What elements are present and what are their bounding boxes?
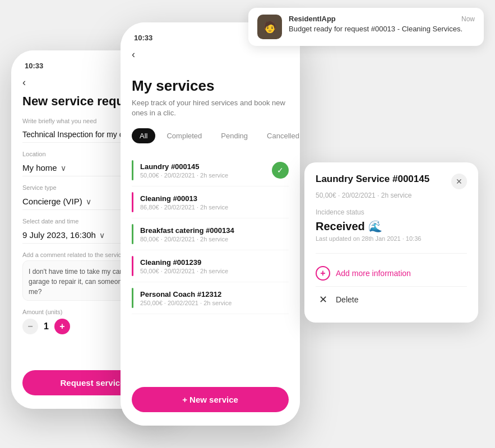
service-meta-laundry: 50,00€ · 20/02/2021 · 2h service: [140, 172, 272, 179]
phone-middle-time: 10:33: [134, 34, 152, 42]
datetime-value: 9 July 2023, 16:30h: [22, 230, 96, 240]
service-meta-coach: 250,00€ · 20/02/2021 · 2h service: [140, 300, 289, 306]
notif-app-name: ResidentlApp: [289, 15, 336, 23]
phone-left-time: 10:33: [25, 62, 43, 70]
phone-middle: 10:33 ▲▲▲ WiFi ‹ My services Keep track …: [121, 22, 300, 426]
add-info-action[interactable]: + Add more information: [316, 262, 467, 285]
location-value: My home: [22, 163, 57, 172]
services-subtitle: Keep track of your hired services and bo…: [132, 98, 289, 118]
notification-card: 🧑 ResidentlApp Now Budget ready for requ…: [248, 8, 484, 46]
notif-header: ResidentlApp Now: [289, 15, 475, 23]
service-name-breakfast: Breakfast catering #000134: [140, 226, 289, 235]
notif-message: Budget ready for request #00013 - Cleani…: [289, 24, 475, 34]
service-info-coach: Personal Coach #12312 250,00€ · 20/02/20…: [140, 290, 289, 306]
add-info-icon: +: [316, 266, 330, 281]
service-name-coach: Personal Coach #12312: [140, 290, 289, 298]
service-bar-coach: [132, 288, 133, 308]
delete-icon: ✕: [316, 292, 330, 307]
detail-status-text: Received: [316, 220, 365, 233]
service-info-breakfast: Breakfast catering #000134 80,00€ · 20/0…: [140, 226, 289, 242]
service-check-laundry: ✓: [272, 162, 289, 179]
detail-card: Laundry Service #000145 ✕ 50,00€ · 20/02…: [304, 162, 478, 323]
tabs-row: All Completed Pending Cancelled: [132, 128, 289, 143]
service-item-coach[interactable]: Personal Coach #12312 250,00€ · 20/02/20…: [132, 282, 289, 314]
service-item-breakfast[interactable]: Breakfast catering #000134 80,00€ · 20/0…: [132, 218, 289, 250]
service-type-chevron-icon: ∨: [86, 197, 91, 206]
datetime-chevron-icon: ∨: [99, 231, 105, 240]
service-item-cleaning1[interactable]: Cleaning #00013 86,80€ · 20/02/2021 · 2h…: [132, 186, 289, 218]
detail-meta: 50,00€ · 20/02/2021 · 2h service: [316, 192, 467, 199]
delete-label: Delete: [336, 295, 358, 304]
detail-status: Received 🌊: [316, 220, 467, 233]
service-item-laundry[interactable]: Laundry #000145 50,00€ · 20/02/2021 · 2h…: [132, 155, 289, 186]
amount-increment-button[interactable]: +: [54, 319, 70, 334]
notif-time: Now: [461, 15, 475, 23]
notif-content: ResidentlApp Now Budget ready for reques…: [289, 15, 475, 34]
detail-header: Laundry Service #000145 ✕: [316, 174, 467, 189]
tab-pending[interactable]: Pending: [213, 128, 256, 143]
action-divider: [316, 286, 467, 287]
service-meta-cleaning1: 86,80€ · 20/02/2021 · 2h service: [140, 204, 289, 211]
service-info-cleaning1: Cleaning #00013 86,80€ · 20/02/2021 · 2h…: [140, 194, 289, 211]
services-title: My services: [132, 77, 289, 95]
service-name-laundry: Laundry #000145: [140, 162, 272, 171]
detail-section-label: Incidence status: [316, 208, 467, 216]
service-meta-cleaning2: 50,00€ · 20/02/2021 · 2h service: [140, 268, 289, 274]
service-bar-laundry: [132, 160, 133, 180]
service-name-cleaning1: Cleaning #00013: [140, 194, 289, 203]
delete-action[interactable]: ✕ Delete: [316, 288, 467, 311]
location-chevron-icon: ∨: [61, 164, 66, 172]
detail-close-button[interactable]: ✕: [451, 174, 467, 189]
services-screen: 10:33 ▲▲▲ WiFi ‹ My services Keep track …: [121, 22, 300, 426]
service-type-value: Concierge (VIP): [22, 197, 82, 206]
amount-value: 1: [44, 321, 49, 332]
detail-divider: [316, 253, 467, 254]
tab-completed[interactable]: Completed: [159, 128, 210, 143]
new-service-button[interactable]: + New service: [132, 387, 289, 412]
services-back-button[interactable]: ‹: [132, 49, 289, 60]
amount-decrement-button[interactable]: −: [22, 319, 38, 334]
service-info-cleaning2: Cleaning #001239 50,00€ · 20/02/2021 · 2…: [140, 258, 289, 274]
notif-avatar-emoji: 🧑: [263, 20, 277, 34]
service-bar-cleaning2: [132, 256, 133, 276]
service-meta-breakfast: 80,00€ · 20/02/2021 · 2h service: [140, 236, 289, 242]
service-bar-cleaning1: [132, 192, 133, 212]
add-info-label: Add more information: [336, 269, 411, 278]
service-item-cleaning2[interactable]: Cleaning #001239 50,00€ · 20/02/2021 · 2…: [132, 250, 289, 282]
detail-status-emoji: 🌊: [368, 220, 382, 233]
notif-avatar: 🧑: [257, 15, 282, 39]
detail-updated: Last updated on 28th Jan 2021 · 10:36: [316, 235, 467, 242]
detail-title: Laundry Service #000145: [316, 174, 451, 185]
service-info-laundry: Laundry #000145 50,00€ · 20/02/2021 · 2h…: [140, 162, 272, 179]
service-bar-breakfast: [132, 224, 133, 244]
tab-all[interactable]: All: [132, 128, 155, 143]
service-name-cleaning2: Cleaning #001239: [140, 258, 289, 267]
tab-cancelled[interactable]: Cancelled: [259, 128, 300, 143]
